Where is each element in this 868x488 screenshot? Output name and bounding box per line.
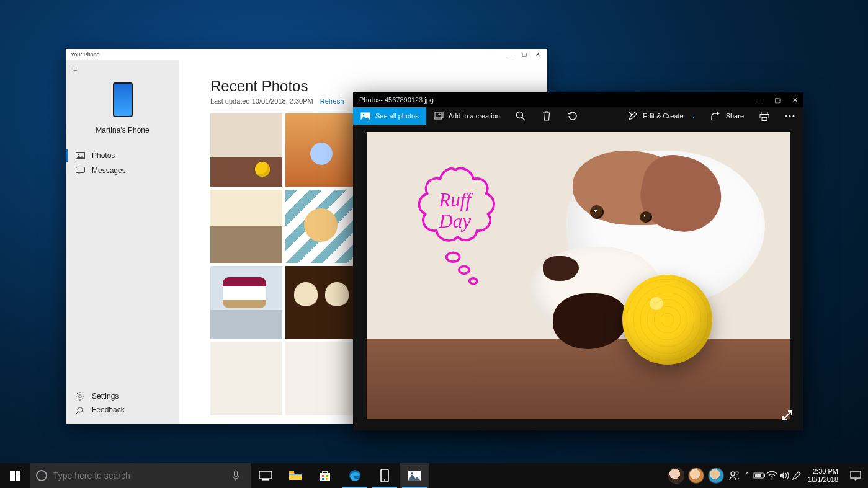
photo-canvas[interactable]: Ruff Day — [367, 132, 790, 419]
photo-thumb[interactable] — [285, 190, 357, 263]
photo-thumb[interactable] — [285, 342, 357, 415]
people-button[interactable] — [728, 463, 741, 488]
windows-icon — [10, 471, 20, 481]
pinned-contact[interactable] — [709, 468, 723, 483]
tray-battery[interactable] — [753, 463, 766, 488]
maximize-button[interactable]: ▢ — [769, 92, 786, 107]
tray-ink[interactable] — [790, 463, 803, 488]
taskbar-app-store[interactable] — [310, 463, 340, 488]
annotation-line1: Ruff — [438, 189, 473, 211]
edge-icon — [349, 469, 361, 482]
photo-thumb[interactable] — [210, 190, 282, 263]
pinned-contact[interactable] — [669, 468, 684, 483]
svg-point-13 — [79, 409, 79, 409]
share-button[interactable]: Share — [704, 107, 751, 125]
trash-icon — [542, 111, 551, 121]
photos-app-icon — [408, 471, 421, 481]
photo-thumb[interactable] — [285, 113, 357, 187]
phone-app-icon — [380, 469, 389, 482]
tray-overflow-button[interactable]: ˄ — [741, 463, 753, 488]
tray-volume[interactable] — [778, 463, 790, 488]
photos-toolbar: See all photos + Add to a creation — [353, 107, 803, 125]
task-view-button[interactable] — [251, 463, 280, 488]
start-button[interactable] — [0, 463, 30, 488]
hamburger-icon[interactable]: ≡ — [66, 64, 84, 74]
tray-clock[interactable]: 2:30 PM 10/1/2018 — [803, 463, 843, 488]
fullscreen-button[interactable] — [779, 407, 796, 424]
photo-thumb[interactable] — [210, 342, 282, 415]
taskbar-app-explorer[interactable] — [280, 463, 310, 488]
add-to-creation-button[interactable]: + Add to a creation — [426, 107, 508, 125]
taskbar-search[interactable] — [30, 463, 251, 488]
rotate-button[interactable] — [560, 107, 586, 125]
nav-messages[interactable]: Messages — [66, 163, 179, 178]
svg-point-3 — [79, 395, 81, 397]
svg-rect-39 — [322, 475, 324, 477]
pen-icon — [792, 471, 802, 481]
photos-title: Photos- 4567890123.jpg — [359, 96, 434, 104]
creation-icon: + — [434, 111, 444, 121]
action-center-button[interactable] — [843, 463, 868, 488]
desktop: Your Phone ─ ▢ ✕ ≡ Martina's Phone Pho — [0, 0, 868, 488]
close-button[interactable]: ✕ — [786, 92, 803, 107]
svg-point-14 — [81, 409, 81, 409]
svg-line-21 — [522, 117, 525, 120]
messages-icon — [74, 166, 86, 175]
zoom-icon — [516, 111, 526, 121]
refresh-link[interactable]: Refresh — [320, 97, 344, 105]
print-button[interactable] — [751, 107, 777, 125]
svg-line-9 — [83, 399, 83, 399]
photo-thumb[interactable] — [285, 266, 357, 339]
svg-rect-30 — [16, 471, 20, 476]
svg-rect-32 — [16, 476, 20, 481]
gear-icon — [74, 391, 86, 401]
taskbar-app-photos[interactable] — [400, 463, 429, 488]
svg-point-45 — [384, 479, 385, 481]
photos-viewer-window: Photos- 4567890123.jpg ─ ▢ ✕ See all pho… — [353, 92, 803, 430]
svg-point-26 — [447, 252, 460, 262]
nav-messages-label: Messages — [92, 166, 126, 175]
nav-settings[interactable]: Settings — [66, 389, 179, 403]
taskbar-app-edge[interactable] — [340, 463, 370, 488]
cortana-icon — [36, 470, 47, 481]
photo-thumb[interactable] — [210, 266, 282, 339]
nav-feedback[interactable]: Feedback — [66, 403, 179, 417]
edit-create-label: Edit & Create — [643, 112, 683, 120]
pinned-contact[interactable] — [689, 468, 704, 483]
delete-button[interactable] — [534, 107, 560, 125]
search-input[interactable] — [53, 471, 221, 481]
taskbar-app-your-phone[interactable] — [370, 463, 400, 488]
edit-create-button[interactable]: Edit & Create ⌄ — [620, 107, 703, 125]
action-center-icon — [850, 471, 861, 481]
wifi-icon — [766, 471, 777, 480]
photos-titlebar[interactable]: Photos- 4567890123.jpg ─ ▢ ✕ — [353, 92, 803, 107]
expand-icon — [782, 410, 793, 421]
minimize-button[interactable]: ─ — [751, 92, 769, 107]
photo-thumb[interactable] — [210, 113, 282, 187]
svg-rect-29 — [10, 471, 15, 476]
see-all-photos-label: See all photos — [375, 112, 419, 120]
photos-icon — [74, 151, 86, 161]
svg-rect-35 — [262, 479, 269, 481]
annotation-line2: Day — [438, 210, 471, 232]
svg-line-11 — [83, 393, 83, 394]
edit-icon — [628, 111, 638, 121]
your-phone-title: Your Phone — [68, 51, 100, 58]
svg-rect-31 — [10, 476, 15, 481]
maximize-button[interactable]: ▢ — [517, 49, 531, 60]
your-phone-titlebar[interactable]: Your Phone ─ ▢ ✕ — [66, 49, 547, 60]
photo-stage: Ruff Day — [353, 125, 803, 430]
close-button[interactable]: ✕ — [531, 49, 545, 60]
volume-icon — [779, 471, 789, 480]
battery-icon — [753, 472, 766, 479]
nav-photos[interactable]: Photos — [66, 148, 179, 163]
zoom-button[interactable] — [508, 107, 534, 125]
minimize-button[interactable]: ─ — [504, 49, 517, 60]
share-icon — [711, 111, 721, 121]
mic-icon[interactable] — [227, 470, 244, 481]
share-label: Share — [726, 112, 744, 120]
svg-line-8 — [77, 393, 78, 394]
see-all-photos-button[interactable]: See all photos — [353, 107, 426, 125]
more-button[interactable]: ••• — [777, 107, 803, 125]
tray-wifi[interactable] — [766, 463, 778, 488]
